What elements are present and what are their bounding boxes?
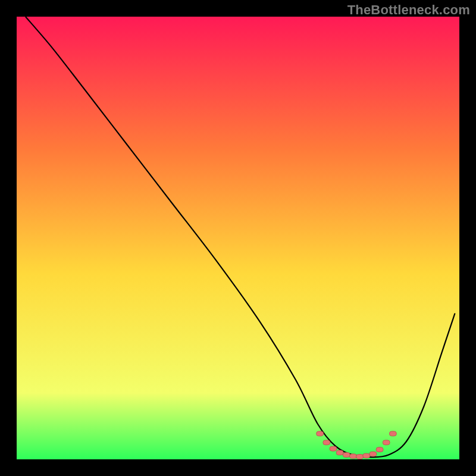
marker-dot	[317, 431, 324, 436]
plot-area	[17, 17, 459, 459]
marker-dot	[363, 453, 370, 458]
chart-svg	[17, 17, 459, 459]
marker-dot	[336, 450, 343, 455]
marker-dot	[323, 440, 330, 445]
marker-dot	[376, 447, 383, 452]
chart-frame: TheBottleneck.com	[0, 0, 476, 476]
watermark-text: TheBottleneck.com	[347, 2, 470, 18]
marker-dot	[369, 452, 377, 456]
gradient-background	[17, 17, 459, 459]
marker-dot	[330, 446, 337, 451]
marker-dot	[383, 440, 390, 445]
marker-dot	[343, 453, 350, 458]
marker-dot	[356, 455, 364, 459]
marker-dot	[349, 454, 356, 459]
marker-dot	[389, 431, 396, 436]
